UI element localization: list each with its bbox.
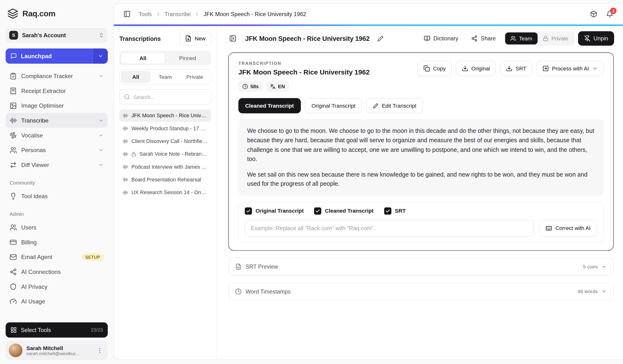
transcription-item[interactable]: Board Presentation Rehearsal xyxy=(119,173,211,186)
gauge-icon xyxy=(10,298,17,305)
sidebar-item-label: Personas xyxy=(21,147,46,153)
sidebar-item-ai-privacy[interactable]: AI Privacy xyxy=(5,279,108,294)
tab-pinned[interactable]: Pinned xyxy=(165,52,210,64)
transcription-item[interactable]: Podcast Interview with James Th... xyxy=(119,160,211,173)
users-icon xyxy=(510,36,516,41)
sidebar-item-label: Vocalise xyxy=(21,132,43,138)
chevron-down-icon xyxy=(98,117,104,123)
download-icon xyxy=(462,65,468,72)
transcription-item[interactable]: Weekly Product Standup - 17 Feb xyxy=(119,122,211,134)
launchpad-main[interactable]: Launchpad xyxy=(5,48,92,64)
notifications-button[interactable]: 3 xyxy=(603,7,617,21)
logo-layers-icon xyxy=(7,8,19,19)
launchpad-button[interactable]: Launchpad xyxy=(5,48,108,64)
correct-with-ai-label: Correct with AI xyxy=(556,225,591,231)
tab-all[interactable]: All xyxy=(121,52,165,64)
download-srt-button[interactable]: SRT xyxy=(500,61,532,76)
srt-preview-collapsible[interactable]: SRT Preview 5 cues xyxy=(228,258,614,275)
topbar-right: 3 xyxy=(587,7,617,21)
sidebar-item-label: Billing xyxy=(21,239,37,245)
sidebar-item-receipt-extractor[interactable]: Receipt Extractor xyxy=(5,83,108,98)
transcriptions-header: Transcriptions New xyxy=(119,32,211,45)
checkbox-label: SRT xyxy=(395,208,406,214)
edit-transcript-label: Edit Transcript xyxy=(382,103,416,109)
tab-scope-all[interactable]: All xyxy=(121,71,151,83)
transcription-item-label: Podcast Interview with James Th... xyxy=(132,164,208,170)
sidebar-toggle-button[interactable] xyxy=(120,7,134,21)
launchpad-expand-button[interactable] xyxy=(92,48,108,64)
tab-original-transcript[interactable]: Original Transcript xyxy=(305,98,362,113)
sidebar-item-personas[interactable]: Personas xyxy=(5,143,108,157)
transcript-tabs: Cleaned Transcript Original Transcript E… xyxy=(238,98,604,113)
package-button[interactable] xyxy=(587,7,601,21)
rename-button[interactable] xyxy=(375,32,386,44)
checkbox-srt[interactable]: SRT xyxy=(384,207,406,214)
user-email: sarah.mitchell@westbur... xyxy=(26,351,91,356)
chevrons-up-down-icon xyxy=(99,32,104,38)
sidebar-item-vocalise[interactable]: Vocalise xyxy=(5,128,108,143)
lock-icon xyxy=(543,36,548,41)
pencil-icon xyxy=(377,35,384,42)
tab-edit-transcript[interactable]: Edit Transcript xyxy=(366,98,423,113)
select-tools-button[interactable]: Select Tools 23/23 xyxy=(5,322,108,338)
breadcrumb-transcribe[interactable]: Transcribe xyxy=(164,11,191,17)
sidebar-item-ai-connections[interactable]: AI Connections xyxy=(5,264,108,279)
transcription-item-label: JFK Moon Speech - Rice Universi... xyxy=(132,112,208,118)
breadcrumb-tools[interactable]: Tools xyxy=(139,11,152,17)
sidebar-item-diff-viewer[interactable]: Diff Viewer xyxy=(5,157,108,172)
sidebar-item-compliance-tracker[interactable]: Compliance Tracker xyxy=(5,68,108,83)
users-icon xyxy=(10,224,17,231)
transcription-item[interactable]: Client Discovery Call - Northfield ... xyxy=(119,135,211,148)
correct-with-ai-button[interactable]: Correct with AI xyxy=(539,220,597,236)
launchpad-label: Launchpad xyxy=(21,53,52,59)
admin-section-label: Admin xyxy=(5,212,108,217)
account-switcher[interactable]: S Sarah's Account xyxy=(5,28,108,43)
visibility-private-button[interactable]: Private xyxy=(537,32,574,44)
avatar xyxy=(9,343,22,357)
word-timestamps-collapsible[interactable]: Word Timestamps 48 words xyxy=(228,282,614,300)
checkbox-original-transcript[interactable]: Original Transcript xyxy=(245,207,304,214)
copy-button[interactable]: Copy xyxy=(418,61,452,76)
language-badge: EN xyxy=(266,81,289,91)
chevron-down-icon xyxy=(601,289,607,294)
download-original-button[interactable]: Original xyxy=(456,61,496,76)
brand[interactable]: Raq.com xyxy=(5,8,108,19)
topbar: Tools Transcribe JFK Moon Speech - Rice … xyxy=(114,4,623,24)
sidebar-item-image-optimiser[interactable]: Image Optimiser xyxy=(5,98,108,113)
sidebar-item-transcribe[interactable]: Transcribe xyxy=(5,113,108,128)
card-badges: 58s EN xyxy=(238,81,370,91)
transcription-item-label: Client Discovery Call - Northfield ... xyxy=(132,138,208,144)
sidebar-item-users[interactable]: Users xyxy=(5,220,108,235)
process-with-ai-button[interactable]: Process with AI xyxy=(536,61,603,76)
sidebar-item-billing[interactable]: Billing xyxy=(5,235,108,250)
collapse-panel-button[interactable] xyxy=(226,32,240,45)
user-menu-button[interactable] xyxy=(95,345,105,355)
search-input[interactable] xyxy=(134,94,207,100)
sidebar-item-tool-ideas[interactable]: Tool Ideas xyxy=(5,189,108,204)
new-transcription-button[interactable]: New xyxy=(179,32,211,45)
checkbox-cleaned-transcript[interactable]: Cleaned Transcript xyxy=(314,207,374,214)
visibility-team-button[interactable]: Team xyxy=(505,32,537,44)
tab-cleaned-transcript[interactable]: Cleaned Transcript xyxy=(238,98,301,113)
file-plus-icon xyxy=(185,35,192,42)
transcription-item[interactable]: Sarah Voice Note - Rebrand T... xyxy=(119,148,211,160)
transcription-item[interactable]: UX Research Session 14 - Onboar... xyxy=(119,186,211,199)
receipt-icon xyxy=(10,87,17,94)
chevron-down-icon xyxy=(98,53,103,59)
unpin-button[interactable]: Unpin xyxy=(578,31,614,46)
tab-scope-team[interactable]: Team xyxy=(151,71,180,83)
share-button[interactable]: Share xyxy=(466,31,500,46)
user-card[interactable]: Sarah Mitchell sarah.mitchell@westbur... xyxy=(5,341,108,360)
transcription-item[interactable]: JFK Moon Speech - Rice Universi... xyxy=(119,109,211,122)
correction-input[interactable] xyxy=(245,220,534,236)
dictionary-button[interactable]: Dictionary xyxy=(419,31,463,46)
arrows-left-right-icon xyxy=(10,161,17,169)
topbar-left: Tools Transcribe JFK Moon Speech - Rice … xyxy=(120,7,306,21)
tab-scope-private[interactable]: Private xyxy=(180,71,210,83)
card-eyebrow: TRANSCRIPTION xyxy=(238,61,370,65)
sidebar-nav: Compliance Tracker Receipt Extractor Ima… xyxy=(5,68,108,309)
word-timestamps-meta: 48 words xyxy=(577,289,607,294)
sidebar-item-email-agent[interactable]: Email Agent SETUP xyxy=(5,249,108,264)
search-icon xyxy=(124,94,130,100)
sidebar-item-ai-usage[interactable]: AI Usage xyxy=(5,294,108,309)
